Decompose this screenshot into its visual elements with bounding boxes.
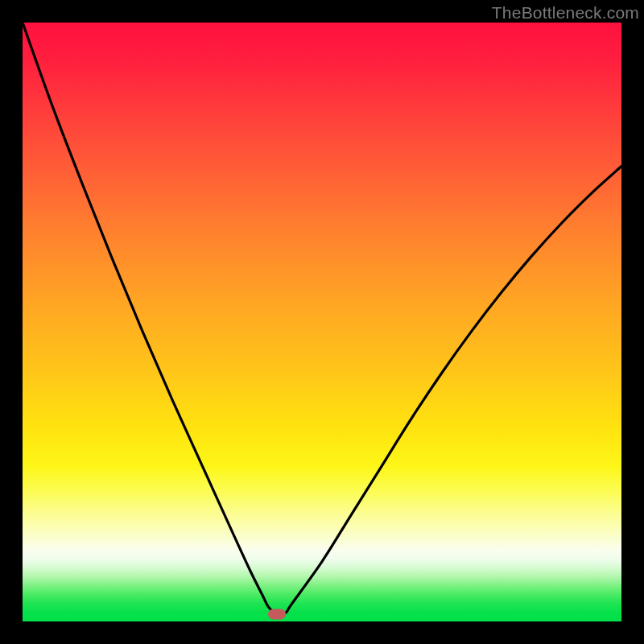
watermark-text: TheBottleneck.com — [492, 3, 639, 23]
bottleneck-curve — [23, 23, 621, 621]
outer-frame: TheBottleneck.com — [0, 0, 644, 644]
optimal-marker — [268, 609, 286, 620]
plot-area — [23, 23, 621, 621]
